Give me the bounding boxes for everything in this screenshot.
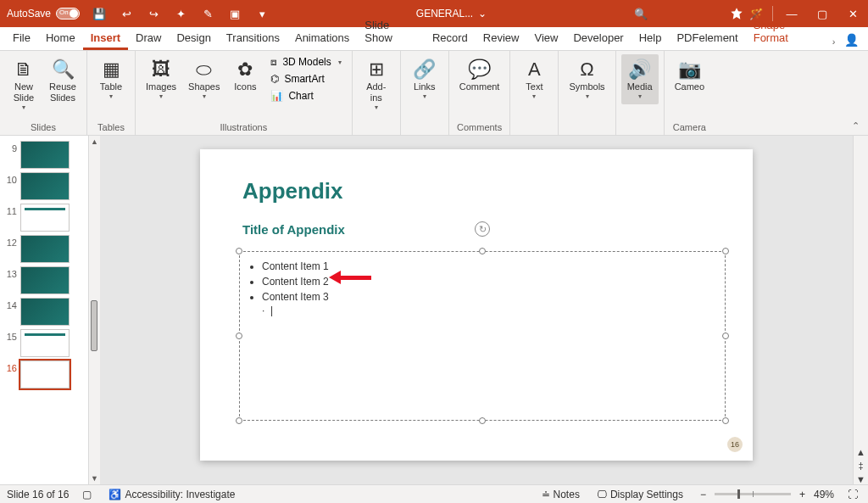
resize-handle[interactable] xyxy=(479,248,486,254)
document-title[interactable]: GENERAL... xyxy=(416,8,473,20)
collapse-ribbon-icon[interactable]: ⌃ xyxy=(848,120,863,131)
zoom-level[interactable]: 49% xyxy=(814,489,834,500)
symbols-button[interactable]: Ω Symbols ▾ xyxy=(564,54,609,104)
slide-thumb-15[interactable] xyxy=(20,329,70,357)
slide-canvas[interactable]: Appendix Title of Appendix Content Item … xyxy=(200,149,753,461)
resize-handle[interactable] xyxy=(722,417,729,424)
tab-transitions[interactable]: Transitions xyxy=(219,28,287,50)
tab-help[interactable]: Help xyxy=(632,28,670,50)
slide-thumb-9[interactable] xyxy=(20,141,70,169)
icons-button[interactable]: ✿ Icons xyxy=(226,54,264,96)
cameo-button[interactable]: 📷 Cameo xyxy=(670,54,709,96)
autosave-toggle[interactable]: On xyxy=(56,8,80,20)
close-button[interactable]: ✕ xyxy=(837,0,868,27)
tab-insert[interactable]: Insert xyxy=(83,28,128,50)
accessibility-icon: ♿ xyxy=(108,489,121,500)
icons-icon: ✿ xyxy=(237,58,253,81)
redo-icon[interactable]: ↪ xyxy=(141,0,166,27)
links-button[interactable]: 🔗 Links ▾ xyxy=(406,54,443,104)
tab-shape-format[interactable]: Shape Format xyxy=(746,15,827,50)
resize-handle[interactable] xyxy=(236,417,242,424)
search-icon[interactable]: 🔍 xyxy=(628,0,654,27)
resize-handle[interactable] xyxy=(236,248,242,254)
media-button[interactable]: 🔊 Media ▾ xyxy=(621,54,659,104)
notes-icon: ≐ xyxy=(542,489,550,500)
group-illustrations-label: Illustrations xyxy=(220,120,268,135)
autosave-label: AutoSave xyxy=(7,8,51,20)
text-button[interactable]: A Text ▾ xyxy=(515,54,553,104)
display-settings-button[interactable]: 🖵 Display Settings xyxy=(593,485,687,503)
tab-slideshow[interactable]: Slide Show xyxy=(357,15,425,50)
group-camera-label: Camera xyxy=(673,120,706,135)
zoom-in-button[interactable]: + xyxy=(796,489,809,500)
draw-icon[interactable]: ✎ xyxy=(195,0,220,27)
tab-developer[interactable]: Developer xyxy=(565,28,631,50)
slide-thumb-10[interactable] xyxy=(20,172,70,200)
slide-thumb-16[interactable] xyxy=(20,360,70,388)
slide-thumbnail-pane[interactable]: 9 10 11 12 13 14 15 16 ▲ ▼ xyxy=(0,136,100,484)
slide-thumb-11[interactable] xyxy=(20,204,70,232)
slide-title[interactable]: Appendix xyxy=(242,178,342,204)
addins-button[interactable]: ⊞ Add- ins ▾ xyxy=(358,54,395,115)
save-icon[interactable]: 💾 xyxy=(86,0,112,27)
tab-pdfelement[interactable]: PDFelement xyxy=(669,28,745,50)
slide-thumb-12[interactable] xyxy=(20,235,70,263)
rotate-handle-icon[interactable] xyxy=(475,221,490,237)
textbox-icon: A xyxy=(528,58,541,81)
tab-draw[interactable]: Draw xyxy=(128,28,169,50)
tab-home[interactable]: Home xyxy=(38,28,83,50)
thumbnail-scrollbar[interactable]: ▲ ▼ xyxy=(88,136,100,484)
prev-slide-icon[interactable]: ▲ xyxy=(854,447,868,457)
smartart-icon: ⌬ xyxy=(270,73,279,85)
images-button[interactable]: 🖼 Images ▾ xyxy=(141,54,181,104)
slide-thumb-14[interactable] xyxy=(20,298,70,326)
undo-icon[interactable]: ↩ xyxy=(114,0,139,27)
shapes-button[interactable]: ⬭ Shapes ▾ xyxy=(183,54,225,104)
comment-button[interactable]: 💬 Comment xyxy=(454,54,505,96)
resize-handle[interactable] xyxy=(236,333,242,339)
tab-record[interactable]: Record xyxy=(425,28,476,50)
reuse-slides-button[interactable]: 🔍 Reuse Slides xyxy=(44,54,81,107)
resize-handle[interactable] xyxy=(722,333,729,339)
zoom-slider[interactable] xyxy=(715,493,791,495)
table-button[interactable]: ▦ Table ▾ xyxy=(92,54,130,104)
resize-handle[interactable] xyxy=(722,248,729,254)
share-button[interactable]: 👤 xyxy=(840,30,863,50)
group-comments-label: Comments xyxy=(457,120,502,135)
present-icon[interactable]: ▣ xyxy=(222,0,248,27)
annotation-arrow-icon xyxy=(329,271,371,283)
zoom-out-button[interactable]: − xyxy=(697,489,709,500)
notes-button[interactable]: ≐ Notes xyxy=(538,485,583,503)
slide-number-badge: 16 xyxy=(727,437,743,452)
fit-to-window-button[interactable]: ⛶ xyxy=(844,485,861,503)
smartart-button[interactable]: ⌬SmartArt xyxy=(265,71,346,87)
group-tables-label: Tables xyxy=(97,120,125,135)
chart-button[interactable]: 📊Chart xyxy=(265,88,346,103)
images-icon: 🖼 xyxy=(152,58,170,81)
slide-subtitle[interactable]: Title of Appendix xyxy=(242,222,345,237)
tab-review[interactable]: Review xyxy=(476,28,527,50)
tab-animations[interactable]: Animations xyxy=(287,28,357,50)
qat-more-icon[interactable]: ▾ xyxy=(249,0,275,27)
next-slide-icon[interactable]: ▼ xyxy=(854,474,868,484)
tab-design[interactable]: Design xyxy=(169,28,218,50)
slide-thumb-13[interactable] xyxy=(20,266,70,294)
resize-handle[interactable] xyxy=(479,417,486,424)
premium-icon[interactable] xyxy=(730,7,743,20)
scroll-down-icon[interactable]: ▼ xyxy=(89,472,100,484)
new-slide-button[interactable]: 🗎 New Slide ▾ xyxy=(5,54,42,115)
scrollbar-handle[interactable] xyxy=(91,300,97,351)
language-button[interactable]: ▢ xyxy=(79,485,95,503)
tab-file[interactable]: File xyxy=(5,28,38,50)
scroll-up-icon[interactable]: ▲ xyxy=(89,136,100,148)
bullet-item[interactable]: Content Item 3 xyxy=(262,289,725,305)
3d-models-button[interactable]: ⧈3D Models▾ xyxy=(265,54,346,70)
content-textbox[interactable]: Content Item 1 Content Item 2 Content It… xyxy=(239,251,726,421)
fit-icon[interactable]: ‡ xyxy=(854,461,868,471)
touch-mode-icon[interactable]: ✦ xyxy=(168,0,193,27)
tab-overflow-icon[interactable]: › xyxy=(827,33,841,50)
display-icon: 🖵 xyxy=(597,489,607,500)
accessibility-button[interactable]: ♿ Accessibility: Investigate xyxy=(105,485,238,503)
document-title-caret-icon[interactable]: ⌄ xyxy=(478,8,487,20)
tab-view[interactable]: View xyxy=(526,28,565,50)
